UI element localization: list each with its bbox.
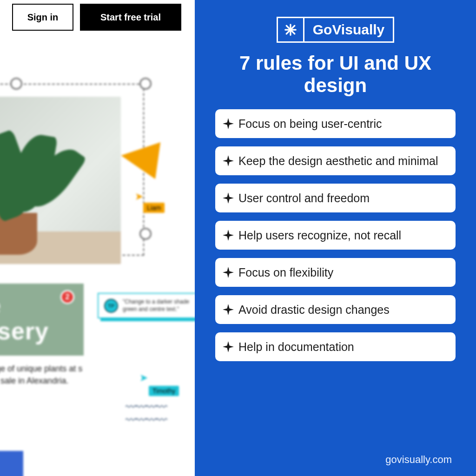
rule-item: Help users recognize, not recall xyxy=(215,221,456,250)
rule-text: User control and freedom xyxy=(238,191,370,205)
annotation-badge-2[interactable]: 2 xyxy=(60,290,74,304)
hero-image xyxy=(0,97,121,264)
collaborator-cursor-label: Timothy xyxy=(149,386,179,396)
rule-text: Avoid drastic design changes xyxy=(238,303,390,317)
sparkle-icon xyxy=(223,267,234,278)
asterisk-icon xyxy=(277,17,304,43)
sparkle-icon xyxy=(223,192,234,204)
rule-text: Keep the design aesthetic and minimal xyxy=(238,154,438,168)
collaborator-cursor-icon: ➤ xyxy=(139,372,148,384)
design-title-card: he ursery 2 xyxy=(0,284,84,356)
rule-item: User control and freedom xyxy=(215,184,456,212)
rule-item: Avoid drastic design changes xyxy=(215,295,456,324)
design-subtext: de range of unique plants at s garage sa… xyxy=(0,363,102,387)
resize-handle-top-left[interactable] xyxy=(10,78,22,90)
zigzag-decoration: 〰〰〰〰 xyxy=(126,401,166,414)
rule-text: Focus on flexibility xyxy=(238,265,333,279)
brand-logo: GoVisually xyxy=(215,17,456,43)
comment-text: "Change to a darker shade green and cent… xyxy=(123,298,195,313)
brand-wordmark: GoVisually xyxy=(304,17,395,43)
collaborator-cursor-label: Liam xyxy=(143,203,165,213)
commenter-avatar: TP xyxy=(104,299,118,313)
sparkle-icon xyxy=(223,304,234,315)
comment-card[interactable]: TP "Change to a darker shade green and c… xyxy=(98,293,195,318)
rule-text: Focus on being user-centric xyxy=(238,117,382,131)
top-button-bar: Sign in Start free trial xyxy=(12,4,181,31)
title-line-1: he xyxy=(0,292,1,319)
rule-item: Focus on being user-centric xyxy=(215,109,456,138)
arrow-shape xyxy=(119,137,160,179)
footer-url: govisually.com xyxy=(385,454,452,466)
rule-text: Help in documentation xyxy=(238,340,354,354)
sparkle-icon xyxy=(223,118,234,129)
zigzag-decoration: 〰〰〰〰 xyxy=(126,414,166,427)
resize-handle-mid-right[interactable] xyxy=(139,228,152,240)
rule-item: Keep the design aesthetic and minimal xyxy=(215,146,456,175)
resize-handle-top-right[interactable] xyxy=(139,78,152,90)
rule-item: Help in documentation xyxy=(215,332,456,361)
page-container: Sign in Start free trial 1 ➤ Liam xyxy=(0,0,476,476)
left-panel: Sign in Start free trial 1 ➤ Liam xyxy=(0,0,195,476)
sparkle-icon xyxy=(223,155,234,166)
right-panel: GoVisually 7 rules for UI and UX design … xyxy=(195,0,476,476)
collaborator-cursor-icon: ➤ xyxy=(135,191,143,203)
start-trial-button[interactable]: Start free trial xyxy=(80,4,181,31)
sparkle-icon xyxy=(223,341,234,352)
rule-text: Help users recognize, not recall xyxy=(238,228,401,242)
rules-list: Focus on being user-centric Keep the des… xyxy=(215,109,456,361)
title-line-2: ursery xyxy=(0,317,49,344)
blue-accent-block xyxy=(0,451,23,476)
sparkle-icon xyxy=(223,230,234,241)
panel-heading: 7 rules for UI and UX design xyxy=(215,52,456,97)
signin-button[interactable]: Sign in xyxy=(12,4,73,31)
rule-item: Focus on flexibility xyxy=(215,258,456,287)
design-canvas: 1 ➤ Liam he ursery 2 TP "Change to a dar… xyxy=(0,84,186,474)
